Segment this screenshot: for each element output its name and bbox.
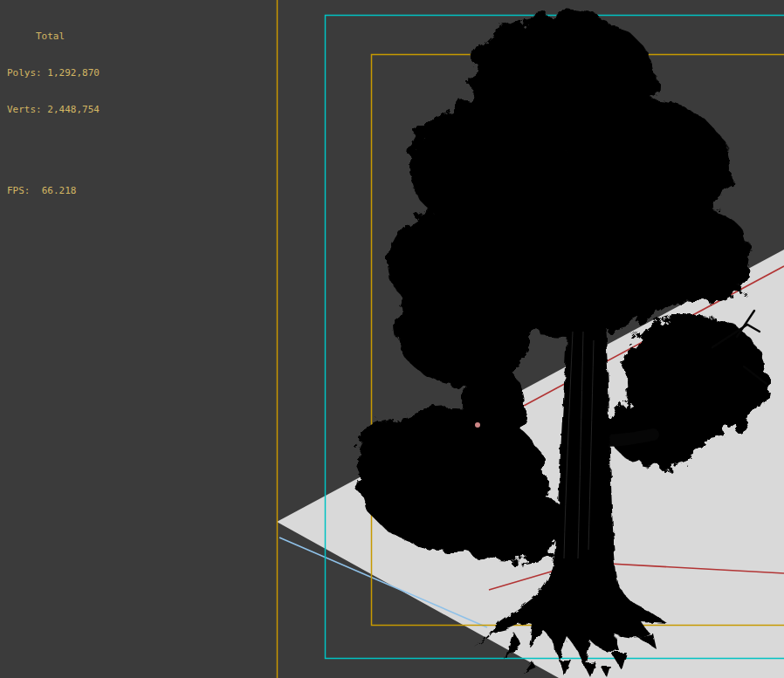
viewport[interactable]: Total Polys: 1,292,870 Verts: 2,448,754 … [0, 0, 784, 678]
stats-polys: Polys: 1,292,870 [7, 67, 100, 79]
stats-total-label: Total [7, 31, 100, 43]
stats-fps: FPS: 66.218 [7, 185, 100, 197]
vertex-highlight-dot [475, 422, 480, 428]
tree-branch [602, 435, 653, 441]
viewport-statistics: Total Polys: 1,292,870 Verts: 2,448,754 … [7, 6, 100, 222]
scene-svg [0, 0, 784, 678]
stats-spacer [7, 140, 100, 161]
stats-verts: Verts: 2,448,754 [7, 104, 100, 116]
